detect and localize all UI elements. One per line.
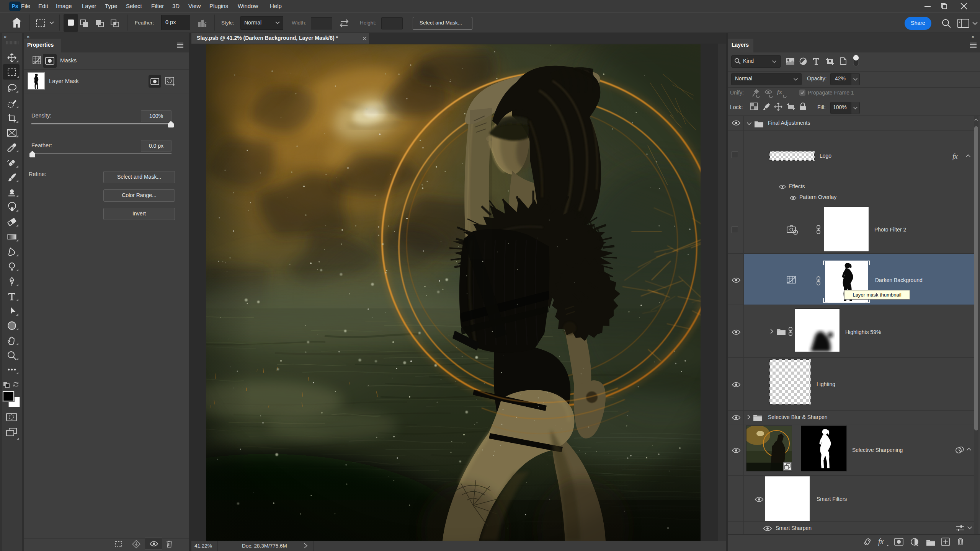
svg-text:fx: fx xyxy=(952,152,958,160)
svg-text:fx: fx xyxy=(777,89,782,95)
svg-text:fx: fx xyxy=(878,537,884,546)
